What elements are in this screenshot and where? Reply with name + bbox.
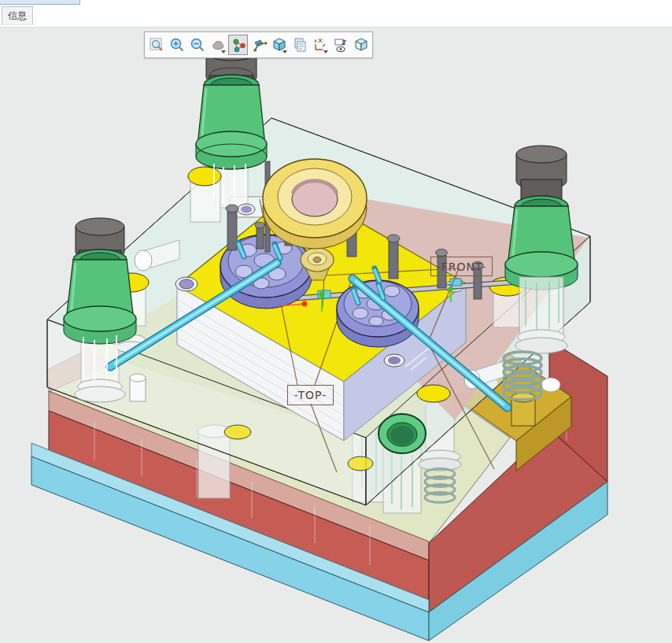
guide-bushing-front-ring[interactable]: [378, 414, 426, 453]
toolbar-button-display-style[interactable]: [351, 35, 371, 55]
dropdown-arrow-icon[interactable]: [221, 50, 226, 54]
pin-top-front-left: [224, 425, 251, 439]
toolbar-button-pan[interactable]: [208, 35, 227, 55]
dropdown-arrow-icon[interactable]: [323, 50, 328, 54]
datum-label-top-text: -TOP-: [294, 389, 327, 401]
view-toolbar: x: [144, 31, 373, 58]
pin-top-front-mid: [348, 456, 373, 471]
locating-ring[interactable]: [263, 159, 367, 249]
tab-info[interactable]: 信息: [2, 6, 33, 25]
top-bar: 信息: [0, 0, 672, 28]
datum-label-front-text: -FRONT-: [437, 261, 487, 273]
toolbar-button-orbit[interactable]: [228, 35, 248, 55]
tab-info-label: 信息: [8, 9, 27, 23]
orbit-icon: [230, 36, 247, 54]
svg-text:x: x: [314, 38, 317, 44]
toolbar-button-zoom-out[interactable]: [187, 35, 207, 55]
toolbar-button-zoom-region[interactable]: [146, 35, 166, 55]
mold-assembly-3d-view[interactable]: [0, 0, 672, 643]
zoom-in-icon: [168, 36, 186, 54]
annotation-display-icon: [332, 36, 349, 54]
copy-view-icon: [291, 36, 308, 54]
reorient-icon: [250, 36, 268, 54]
toolbar-button-named-views[interactable]: [269, 35, 289, 55]
collapsed-panel-strip[interactable]: [0, 0, 80, 5]
toolbar-button-copy-view[interactable]: [290, 35, 309, 55]
datum-label-top[interactable]: -TOP-: [287, 385, 334, 405]
toolbar-button-datum-display[interactable]: x: [310, 35, 330, 55]
return-pin-top-back: [188, 167, 221, 186]
zoom-region-icon: [148, 36, 165, 54]
toolbar-button-zoom-in[interactable]: [167, 35, 186, 55]
toolbar-button-annotation-display[interactable]: [330, 35, 350, 55]
dropdown-arrow-icon[interactable]: [282, 50, 287, 54]
display-style-cube-icon: [353, 36, 370, 54]
rail-hole-right: [541, 378, 560, 392]
datum-label-front[interactable]: -FRONT-: [430, 257, 493, 276]
toolbar-button-reorient[interactable]: [249, 35, 268, 55]
zoom-out-icon: [189, 36, 206, 54]
return-pin-top-front-right: [417, 385, 450, 402]
